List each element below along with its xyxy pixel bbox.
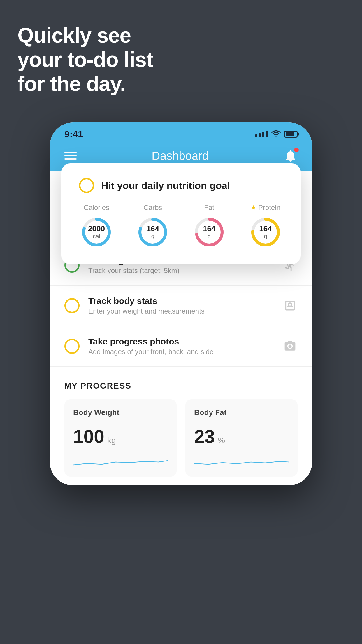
progress-card-body-fat: Body Fat 23 % bbox=[185, 399, 298, 477]
card-header: Hit your daily nutrition goal bbox=[79, 178, 283, 193]
carbs-value: 164 g bbox=[147, 225, 159, 240]
progress-section: MY PROGRESS Body Weight 100 kg bbox=[50, 367, 312, 485]
todo-circle-photos bbox=[64, 339, 80, 354]
todo-sub-running: Track your stats (target: 5km) bbox=[88, 267, 274, 275]
floating-nutrition-card: Hit your daily nutrition goal Calories 2… bbox=[61, 163, 301, 264]
todo-title-body-stats: Track body stats bbox=[88, 296, 274, 306]
carbs-label: Carbs bbox=[143, 204, 162, 212]
body-fat-number: 23 bbox=[194, 426, 215, 447]
todo-text-body-stats: Track body stats Enter your weight and m… bbox=[88, 296, 274, 315]
body-weight-unit: kg bbox=[107, 436, 116, 445]
hero-line1: Quickly see bbox=[17, 23, 153, 48]
hamburger-menu[interactable] bbox=[64, 152, 77, 160]
body-weight-value: 100 kg bbox=[73, 426, 168, 447]
status-time: 9:41 bbox=[64, 129, 83, 140]
body-fat-label: Body Fat bbox=[194, 408, 289, 417]
nutrition-calories: Calories 2000 cal bbox=[79, 204, 114, 250]
body-weight-chart bbox=[73, 453, 168, 468]
nutrition-goal-checkbox[interactable] bbox=[79, 178, 94, 193]
calories-ring: 2000 cal bbox=[79, 215, 114, 250]
todo-sub-photos: Add images of your front, back, and side bbox=[88, 348, 274, 356]
wifi-icon bbox=[271, 130, 281, 139]
hero-text: Quickly see your to-do list for the day. bbox=[17, 23, 153, 96]
progress-title: MY PROGRESS bbox=[64, 381, 298, 391]
carbs-ring: 164 g bbox=[135, 215, 170, 250]
hero-line3: for the day. bbox=[17, 72, 153, 96]
calories-label: Calories bbox=[84, 204, 109, 212]
todo-title-photos: Take progress photos bbox=[88, 337, 274, 346]
body-fat-unit: % bbox=[218, 436, 225, 445]
protein-label-row: ★ Protein bbox=[251, 204, 280, 212]
calories-value: 2000 cal bbox=[88, 225, 105, 240]
notification-dot bbox=[294, 148, 299, 152]
body-weight-label: Body Weight bbox=[73, 408, 168, 417]
todo-sub-body-stats: Enter your weight and measurements bbox=[88, 307, 274, 315]
notification-bell-icon[interactable] bbox=[284, 149, 298, 163]
nutrition-protein: ★ Protein 164 g bbox=[248, 204, 283, 250]
person-photo-icon bbox=[282, 339, 298, 354]
protein-ring: 164 g bbox=[248, 215, 283, 250]
todo-circle-body-stats bbox=[64, 298, 80, 313]
nutrition-carbs: Carbs 164 g bbox=[135, 204, 170, 250]
nav-title: Dashboard bbox=[152, 149, 209, 162]
progress-card-body-weight: Body Weight 100 kg bbox=[64, 399, 177, 477]
battery-icon bbox=[284, 131, 298, 138]
todo-item-photos[interactable]: Take progress photos Add images of your … bbox=[50, 326, 312, 367]
todo-text-photos: Take progress photos Add images of your … bbox=[88, 337, 274, 356]
todo-item-body-stats[interactable]: Track body stats Enter your weight and m… bbox=[50, 286, 312, 326]
star-icon: ★ bbox=[251, 204, 256, 211]
fat-value: 164 g bbox=[203, 225, 215, 240]
status-bar: 9:41 bbox=[50, 123, 312, 143]
protein-value: 164 g bbox=[259, 225, 272, 240]
signal-bars-icon bbox=[255, 131, 268, 137]
body-weight-number: 100 bbox=[73, 426, 104, 447]
nutrition-fat: Fat 164 g bbox=[192, 204, 227, 250]
scale-icon bbox=[282, 298, 298, 313]
hero-line2: your to-do list bbox=[17, 48, 153, 72]
protein-label: Protein bbox=[258, 204, 280, 212]
fat-label: Fat bbox=[204, 204, 214, 212]
fat-ring: 164 g bbox=[192, 215, 227, 250]
body-fat-value: 23 % bbox=[194, 426, 289, 447]
status-icons bbox=[255, 130, 298, 139]
nutrition-card-title: Hit your daily nutrition goal bbox=[101, 180, 230, 191]
body-fat-chart bbox=[194, 453, 289, 468]
nutrition-row: Calories 2000 cal Carbs bbox=[79, 204, 283, 250]
progress-cards: Body Weight 100 kg Body Fat bbox=[64, 399, 298, 477]
